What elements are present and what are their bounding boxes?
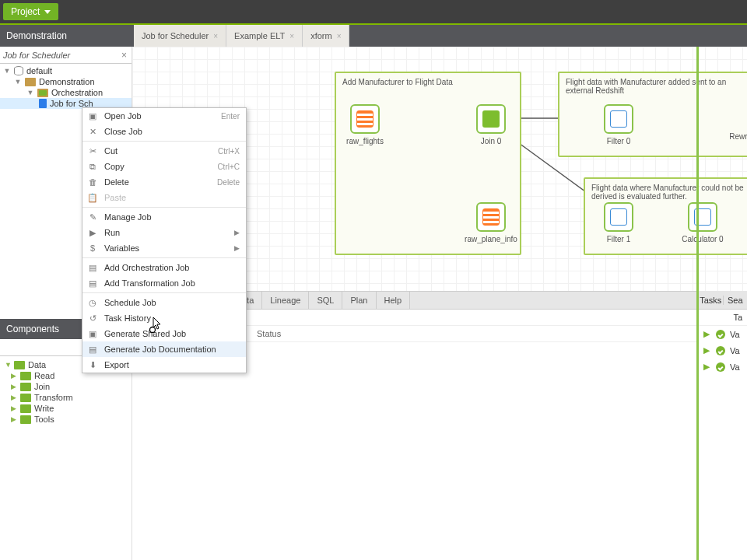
menu-generate-job-documentation[interactable]: ▤Generate Job Documentation bbox=[82, 341, 246, 357]
component-filter-0[interactable]: Filter 0 bbox=[604, 104, 633, 134]
menu-export[interactable]: ⬇Export bbox=[82, 357, 246, 373]
task-row[interactable]: ▶Va bbox=[699, 326, 747, 342]
filter-icon bbox=[610, 208, 627, 226]
component-label: raw_flights bbox=[346, 137, 384, 145]
component-label: Filter 0 bbox=[607, 137, 631, 145]
menu-label: Delete bbox=[104, 177, 129, 187]
tab-job-for-scheduler[interactable]: Job for Scheduler × bbox=[134, 25, 226, 47]
download-icon: ⬇ bbox=[87, 359, 98, 370]
column-header-status: Status bbox=[257, 329, 374, 338]
menu-copy[interactable]: ⧉CopyCtrl+C bbox=[82, 159, 246, 174]
chevron-down-icon: ▼ bbox=[14, 78, 22, 86]
database-icon bbox=[14, 66, 23, 75]
close-icon[interactable]: × bbox=[213, 32, 218, 40]
menu-label: Generate Shared Job bbox=[104, 329, 186, 338]
menu-add-transformation[interactable]: ▤Add Transformation Job bbox=[82, 275, 246, 291]
bottom-tab-help[interactable]: Help bbox=[377, 292, 411, 309]
bottom-tab-lineage[interactable]: Lineage bbox=[262, 292, 309, 309]
menu-label: Add Orchestration Job bbox=[104, 263, 189, 272]
caret-down-icon bbox=[44, 10, 51, 14]
bottom-tab-plan[interactable]: Plan bbox=[342, 292, 376, 309]
menu-delete[interactable]: 🗑DeleteDelete bbox=[82, 174, 246, 190]
menu-label: Paste bbox=[104, 193, 126, 202]
splitter-vertical[interactable] bbox=[696, 47, 699, 560]
note-text: Flight data with Manufacturer added sent… bbox=[566, 78, 726, 95]
project-menu-button[interactable]: Project bbox=[3, 3, 58, 20]
menu-open-job[interactable]: ▣Open JobEnter bbox=[82, 108, 246, 124]
tree-root-default[interactable]: ▼ default bbox=[0, 65, 132, 76]
menu-run[interactable]: ▶Run▶ bbox=[82, 225, 246, 240]
shortcut: Ctrl+X bbox=[218, 147, 240, 156]
comp-group-join[interactable]: ▶Join bbox=[0, 381, 132, 392]
tab-xform[interactable]: xform × bbox=[303, 25, 349, 47]
component-join-0[interactable]: Join 0 bbox=[476, 104, 506, 134]
column-header: Ta bbox=[733, 313, 742, 322]
tab-label: Job for Scheduler bbox=[142, 31, 209, 40]
task-label: Va bbox=[730, 346, 740, 355]
task-row[interactable]: ▶Va bbox=[699, 342, 747, 359]
tab-label: Plan bbox=[350, 296, 367, 305]
menu-task-history[interactable]: ↺Task History bbox=[82, 310, 246, 326]
comp-label: Tools bbox=[34, 415, 54, 424]
menu-label: Open Job bbox=[104, 111, 142, 121]
menu-add-orchestration[interactable]: ▤Add Orchestration Job bbox=[82, 260, 246, 275]
component-filter-1[interactable]: Filter 1 bbox=[604, 202, 633, 232]
comp-label: Data bbox=[28, 360, 46, 369]
menu-label: Generate Job Documentation bbox=[104, 345, 216, 354]
pencil-icon: ✎ bbox=[87, 212, 98, 222]
menu-variables[interactable]: $Variables▶ bbox=[82, 240, 246, 256]
menu-generate-shared-job[interactable]: ▣Generate Shared Job bbox=[82, 326, 246, 341]
folder-icon bbox=[25, 78, 36, 86]
check-icon bbox=[716, 346, 725, 355]
menu-label: Manage Job bbox=[104, 212, 152, 222]
scissors-icon: ✂ bbox=[87, 145, 98, 156]
menu-label: Variables bbox=[104, 243, 139, 253]
component-raw-flights[interactable]: raw_flights bbox=[350, 104, 380, 134]
comp-group-transform[interactable]: ▶Transform bbox=[0, 392, 132, 403]
shortcut: Ctrl+C bbox=[217, 163, 240, 171]
comp-group-tools[interactable]: ▶Tools bbox=[0, 414, 132, 425]
tree-project[interactable]: ▼ Demonstration bbox=[0, 76, 132, 87]
canvas-note-2[interactable]: Flight data with Manufacturer added sent… bbox=[558, 72, 747, 157]
close-icon[interactable]: × bbox=[289, 32, 294, 40]
menu-close-job[interactable]: ✕Close Job bbox=[82, 124, 246, 139]
note-text: Flight data where Manufacturer could not… bbox=[591, 184, 744, 201]
task-row[interactable]: ▶Va bbox=[699, 359, 747, 375]
clear-icon[interactable]: × bbox=[120, 50, 128, 61]
open-job-field[interactable]: × bbox=[0, 47, 132, 64]
chevron-right-icon: ▶ bbox=[234, 244, 240, 252]
task-label: Va bbox=[730, 330, 740, 339]
chevron-down-icon: ▼ bbox=[26, 89, 34, 96]
comp-group-write[interactable]: ▶Write bbox=[0, 403, 132, 414]
project-menu-label: Project bbox=[11, 6, 40, 17]
component-calculator-0[interactable]: Calculator 0 bbox=[688, 202, 717, 232]
chevron-right-icon: ▶ bbox=[11, 404, 17, 412]
tab-example-elt[interactable]: Example ELT × bbox=[226, 25, 303, 47]
bottom-tab-sql[interactable]: SQL bbox=[309, 292, 342, 309]
close-icon[interactable]: × bbox=[337, 32, 342, 40]
folder-icon bbox=[37, 89, 48, 97]
tree-label: default bbox=[26, 66, 52, 75]
chevron-right-icon: ▶ bbox=[234, 229, 240, 236]
menu-cut[interactable]: ✂CutCtrl+X bbox=[82, 143, 246, 159]
tab-label: SQL bbox=[317, 296, 334, 305]
task-label: Va bbox=[730, 362, 740, 372]
chevron-right-icon: ▶ bbox=[11, 383, 17, 390]
right-tab-tasks[interactable]: Tasks bbox=[699, 296, 723, 305]
tree-folder-orchestration[interactable]: ▼ Orchestration bbox=[0, 87, 132, 98]
component-raw-plane-info[interactable]: raw_plane_info bbox=[476, 202, 506, 232]
menu-label: Close Job bbox=[104, 127, 142, 136]
tree-label: Demonstration bbox=[39, 77, 95, 86]
tab-label: xform bbox=[310, 31, 332, 40]
shortcut: Delete bbox=[217, 178, 240, 187]
table-input-icon bbox=[356, 110, 374, 128]
filter-icon bbox=[610, 110, 627, 128]
menu-schedule-job[interactable]: ◷Schedule Job bbox=[82, 295, 246, 310]
copy-icon: ⧉ bbox=[87, 161, 98, 172]
component-rewrite[interactable]: Rewr bbox=[724, 104, 747, 134]
document-icon: ▤ bbox=[87, 344, 98, 355]
open-job-input[interactable] bbox=[3, 51, 120, 60]
menu-manage-job[interactable]: ✎Manage Job bbox=[82, 209, 246, 225]
right-tab-search[interactable]: Sea bbox=[723, 296, 748, 305]
dollar-icon: $ bbox=[87, 243, 98, 254]
